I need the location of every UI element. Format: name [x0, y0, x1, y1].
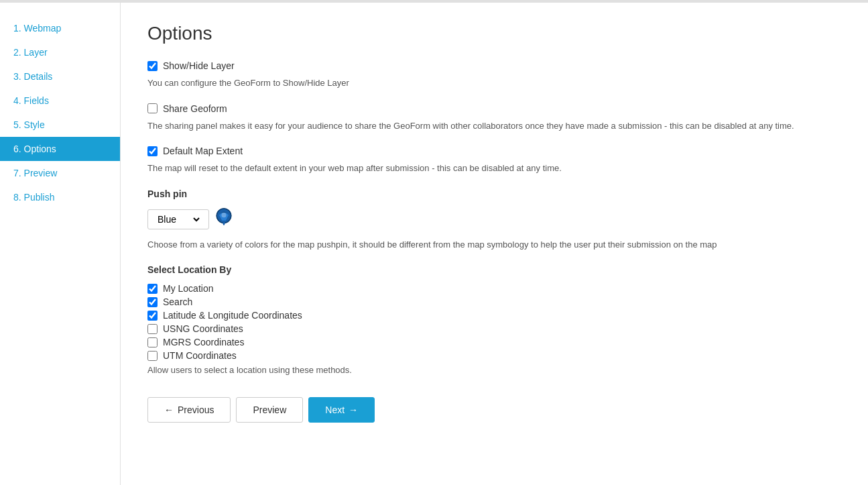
show-hide-layer-checkbox[interactable] [147, 61, 158, 71]
share-geoform-section: Share Geoform The sharing panel makes it… [147, 103, 841, 133]
sidebar-item-fields[interactable]: 4. Fields [0, 89, 120, 113]
show-hide-layer-section: Show/Hide Layer You can configure the Ge… [147, 60, 841, 90]
push-pin-color-select[interactable]: Blue Red Green Yellow Purple [155, 213, 202, 225]
latLong-label: Latitude & Longitude Coordinates [163, 310, 302, 321]
push-pin-section: Push pin Blue Red Green Yellow Purple [147, 188, 841, 252]
sidebar-item-details[interactable]: 3. Details [0, 64, 120, 89]
default-map-extent-checkbox[interactable] [147, 146, 158, 156]
default-map-extent-section: Default Map Extent The map will reset to… [147, 146, 841, 175]
previous-label: Previous [178, 405, 214, 415]
mgrs-label: MGRS Coordinates [163, 337, 244, 347]
sidebar-item-webmap[interactable]: 1. Webmap [0, 16, 120, 40]
push-pin-icon [214, 207, 233, 231]
show-hide-layer-desc: You can configure the GeoForm to Show/Hi… [147, 76, 841, 90]
usng-label: USNG Coordinates [163, 323, 243, 334]
utm-label: UTM Coordinates [163, 350, 237, 361]
preview-button[interactable]: Preview [236, 397, 303, 423]
location-option-mgrs: MGRS Coordinates [147, 337, 841, 347]
location-option-latLong: Latitude & Longitude Coordinates [147, 310, 841, 321]
search-label: Search [163, 297, 192, 307]
push-pin-color-select-wrapper[interactable]: Blue Red Green Yellow Purple [147, 209, 209, 229]
bottom-buttons: Previous Preview Next [147, 397, 841, 423]
utm-checkbox[interactable] [147, 351, 158, 361]
svg-point-2 [221, 213, 226, 217]
select-location-title: Select Location By [147, 264, 841, 275]
show-hide-layer-label: Show/Hide Layer [163, 60, 235, 71]
sidebar-item-style[interactable]: 5. Style [0, 113, 120, 137]
myLocation-checkbox[interactable] [147, 284, 158, 294]
share-geoform-checkbox[interactable] [147, 103, 158, 113]
latLong-checkbox[interactable] [147, 311, 158, 321]
push-pin-desc: Choose from a variety of colors for the … [147, 238, 841, 252]
push-pin-title: Push pin [147, 188, 841, 199]
mgrs-checkbox[interactable] [147, 337, 158, 347]
location-option-myLocation: My Location [147, 283, 841, 294]
preview-label: Preview [253, 405, 286, 415]
next-button[interactable]: Next [308, 397, 375, 423]
select-location-desc: Allow users to select a location using t… [147, 364, 841, 377]
sidebar-item-layer[interactable]: 2. Layer [0, 40, 120, 64]
search-checkbox[interactable] [147, 297, 158, 307]
previous-button[interactable]: Previous [147, 397, 231, 423]
sidebar: 1. Webmap2. Layer3. Details4. Fields5. S… [0, 3, 121, 485]
next-arrow-icon [349, 405, 358, 415]
page-title: Options [147, 23, 841, 44]
share-geoform-label: Share Geoform [163, 103, 227, 114]
next-label: Next [325, 405, 345, 415]
default-map-extent-desc: The map will reset to the default extent… [147, 162, 841, 175]
location-option-utm: UTM Coordinates [147, 350, 841, 361]
location-checkboxes: My LocationSearchLatitude & Longitude Co… [147, 283, 841, 361]
default-map-extent-label: Default Map Extent [163, 146, 243, 156]
previous-arrow-icon [164, 405, 174, 415]
main-content: Options Show/Hide Layer You can configur… [121, 3, 868, 485]
usng-checkbox[interactable] [147, 324, 158, 334]
sidebar-item-publish[interactable]: 8. Publish [0, 185, 120, 209]
location-option-search: Search [147, 297, 841, 307]
sidebar-item-preview[interactable]: 7. Preview [0, 161, 120, 185]
location-option-usng: USNG Coordinates [147, 323, 841, 334]
share-geoform-desc: The sharing panel makes it easy for your… [147, 119, 841, 133]
myLocation-label: My Location [163, 283, 213, 294]
select-location-section: Select Location By My LocationSearchLati… [147, 264, 841, 377]
sidebar-item-options[interactable]: 6. Options [0, 137, 120, 161]
